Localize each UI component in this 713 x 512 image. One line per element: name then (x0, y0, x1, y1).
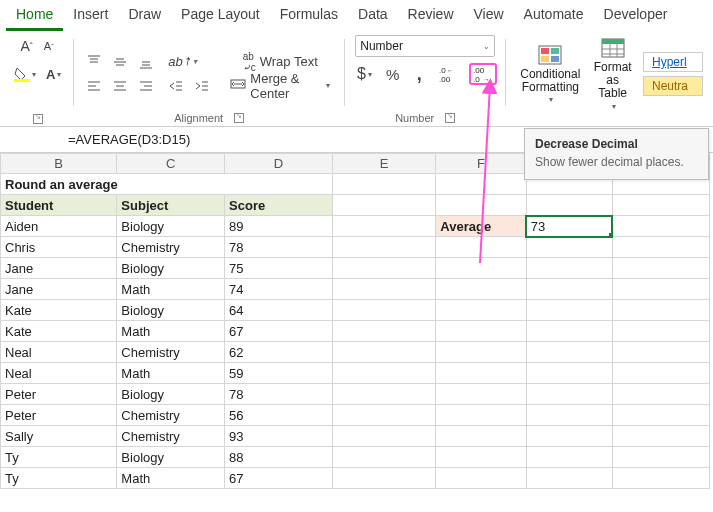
formula-text: =AVERAGE(D3:D15) (68, 132, 190, 147)
cell[interactable]: 67 (225, 468, 333, 489)
cell[interactable]: Ty (1, 468, 117, 489)
comma-format-icon[interactable]: , (409, 63, 429, 85)
worksheet-grid[interactable]: B C D E F G H Round an average Student S… (0, 153, 713, 489)
increase-indent-icon[interactable] (190, 75, 214, 97)
cell[interactable]: Jane (1, 258, 117, 279)
cell[interactable]: Biology (117, 447, 225, 468)
align-top-icon[interactable] (82, 51, 106, 73)
cell[interactable]: Biology (117, 300, 225, 321)
orientation-icon[interactable]: ab↗▾ (164, 51, 200, 73)
tab-automate[interactable]: Automate (514, 2, 594, 31)
svg-text:.00: .00 (473, 66, 485, 75)
svg-text:.0: .0 (473, 75, 480, 83)
cell[interactable]: 67 (225, 321, 333, 342)
cell[interactable]: Chemistry (117, 405, 225, 426)
tab-formulas[interactable]: Formulas (270, 2, 348, 31)
tab-page-layout[interactable]: Page Layout (171, 2, 270, 31)
cell[interactable]: 56 (225, 405, 333, 426)
conditional-formatting-button[interactable]: Conditional Formatting▾ (514, 42, 586, 107)
align-center-icon[interactable] (108, 75, 132, 97)
cell[interactable]: Peter (1, 405, 117, 426)
wrap-text-button[interactable]: ab⤶c Wrap Text (224, 51, 336, 73)
font-dialog-launcher[interactable] (33, 114, 43, 124)
decrease-indent-icon[interactable] (164, 75, 188, 97)
cell[interactable]: Aiden (1, 216, 117, 237)
cell[interactable]: Ty (1, 447, 117, 468)
align-right-icon[interactable] (134, 75, 158, 97)
col-header-e[interactable]: E (332, 154, 435, 174)
cell[interactable]: Biology (117, 216, 225, 237)
svg-rect-35 (551, 48, 559, 54)
percent-format-icon[interactable]: % (382, 63, 403, 85)
cell[interactable]: 93 (225, 426, 333, 447)
accounting-format-icon[interactable]: $▾ (353, 63, 376, 85)
cell[interactable]: Chemistry (117, 342, 225, 363)
increase-font-icon[interactable]: Aˆ (17, 35, 37, 57)
align-bottom-icon[interactable] (134, 51, 158, 73)
merge-center-button[interactable]: Merge & Center▾ (224, 75, 336, 97)
svg-text:→: → (483, 76, 490, 83)
font-color-icon[interactable]: A▾ (42, 63, 65, 85)
cell[interactable]: Math (117, 321, 225, 342)
align-middle-icon[interactable] (108, 51, 132, 73)
tab-home[interactable]: Home (6, 2, 63, 31)
svg-rect-39 (602, 39, 624, 44)
increase-decimal-icon[interactable]: .0←.00 (435, 63, 463, 85)
fill-color-icon[interactable]: ▾ (10, 63, 40, 85)
col-header-f[interactable]: F (436, 154, 527, 174)
cell[interactable]: Chris (1, 237, 117, 258)
tab-draw[interactable]: Draw (118, 2, 171, 31)
group-font: Aˆ Aˇ ▾ A▾ (6, 35, 69, 124)
cell[interactable]: Jane (1, 279, 117, 300)
tab-view[interactable]: View (464, 2, 514, 31)
col-header-b[interactable]: B (1, 154, 117, 174)
cell[interactable]: 78 (225, 384, 333, 405)
number-format-combo[interactable]: Number⌄ (355, 35, 495, 57)
align-left-icon[interactable] (82, 75, 106, 97)
cell[interactable]: 78 (225, 237, 333, 258)
cell[interactable]: Kate (1, 300, 117, 321)
cell[interactable]: 88 (225, 447, 333, 468)
cell[interactable]: Biology (117, 384, 225, 405)
cell-style-neutral[interactable]: Neutra (643, 76, 703, 96)
cell[interactable]: Kate (1, 321, 117, 342)
cell-style-hyperlink[interactable]: Hyperl (643, 52, 703, 72)
cell[interactable]: Chemistry (117, 426, 225, 447)
average-label[interactable]: Average (436, 216, 527, 237)
cell[interactable]: Math (117, 279, 225, 300)
decrease-font-icon[interactable]: Aˇ (39, 35, 59, 57)
format-as-table-button[interactable]: Format as Table▾ (586, 35, 639, 113)
number-dialog-launcher[interactable] (445, 113, 455, 123)
cell[interactable]: 64 (225, 300, 333, 321)
sheet-title[interactable]: Round an average (1, 174, 333, 195)
tab-developer[interactable]: Developer (594, 2, 678, 31)
table-header[interactable]: Student (1, 195, 117, 216)
col-header-c[interactable]: C (117, 154, 225, 174)
cell[interactable]: 74 (225, 279, 333, 300)
cell[interactable]: Neal (1, 363, 117, 384)
cell[interactable]: 75 (225, 258, 333, 279)
cell[interactable]: Chemistry (117, 237, 225, 258)
group-number-label: Number (395, 112, 434, 124)
cell[interactable]: Biology (117, 258, 225, 279)
cell[interactable]: Peter (1, 384, 117, 405)
tooltip-decrease-decimal: Decrease Decimal Show fewer decimal plac… (524, 128, 709, 180)
cell[interactable]: Neal (1, 342, 117, 363)
tab-insert[interactable]: Insert (63, 2, 118, 31)
cell[interactable]: Math (117, 468, 225, 489)
tab-data[interactable]: Data (348, 2, 398, 31)
cell[interactable]: 62 (225, 342, 333, 363)
svg-rect-36 (541, 56, 549, 62)
tab-review[interactable]: Review (398, 2, 464, 31)
alignment-dialog-launcher[interactable] (234, 113, 244, 123)
svg-text:←: ← (447, 67, 454, 74)
table-header[interactable]: Subject (117, 195, 225, 216)
decrease-decimal-icon[interactable]: .00.0→ (469, 63, 497, 85)
average-value-cell[interactable]: 73 (526, 216, 612, 237)
cell[interactable]: 89 (225, 216, 333, 237)
cell[interactable]: 59 (225, 363, 333, 384)
cell[interactable]: Sally (1, 426, 117, 447)
cell[interactable]: Math (117, 363, 225, 384)
col-header-d[interactable]: D (225, 154, 333, 174)
table-header[interactable]: Score (225, 195, 333, 216)
